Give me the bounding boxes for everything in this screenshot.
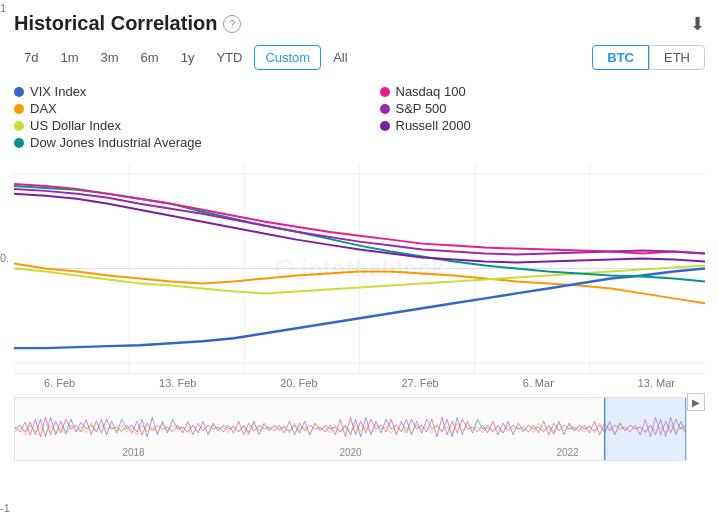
legend-label-russell: Russell 2000 (396, 118, 471, 133)
legend-dot-russell (380, 121, 390, 131)
x-label-feb20: 20. Feb (280, 377, 317, 389)
legend-item-vix: VIX Index (14, 84, 340, 99)
page-title: Historical Correlation (14, 12, 217, 35)
legend: VIX Index Nasdaq 100 DAX S&P 500 US Doll… (14, 84, 705, 150)
header: Historical Correlation ? ⬇ (14, 12, 705, 35)
y-label-1: 1 (0, 2, 30, 14)
legend-item-usdollar: US Dollar Index (14, 118, 340, 133)
time-btn-ytd[interactable]: YTD (206, 46, 252, 69)
time-buttons-group: 7d 1m 3m 6m 1y YTD Custom All (14, 45, 358, 70)
legend-label-dax: DAX (30, 101, 57, 116)
download-icon[interactable]: ⬇ (690, 13, 705, 35)
mini-x-2020: 2020 (339, 447, 361, 458)
mini-x-2018: 2018 (122, 447, 144, 458)
legend-label-nasdaq: Nasdaq 100 (396, 84, 466, 99)
time-btn-1m[interactable]: 1m (50, 46, 88, 69)
x-label-mar6: 6. Mar (523, 377, 554, 389)
legend-item-dax: DAX (14, 101, 340, 116)
help-icon[interactable]: ? (223, 15, 241, 33)
legend-dot-sp500 (380, 104, 390, 114)
x-label-mar13: 13. Mar (638, 377, 675, 389)
x-axis: 6. Feb 13. Feb 20. Feb 27. Feb 6. Mar 13… (14, 374, 705, 391)
time-btn-all[interactable]: All (323, 46, 357, 69)
main-chart: ⬡ intotheblock (14, 164, 705, 374)
mini-chart-wrapper: 2018 2020 2022 (14, 393, 687, 461)
asset-btn-eth[interactable]: ETH (649, 45, 705, 70)
legend-label-sp500: S&P 500 (396, 101, 447, 116)
legend-item-nasdaq: Nasdaq 100 (380, 84, 706, 99)
legend-label-dowjones: Dow Jones Industrial Average (30, 135, 202, 150)
legend-item-dowjones: Dow Jones Industrial Average (14, 135, 340, 150)
mini-x-2022: 2022 (556, 447, 578, 458)
mini-x-axis: 2018 2020 2022 (15, 447, 686, 458)
time-btn-6m[interactable]: 6m (131, 46, 169, 69)
mini-chart[interactable]: 2018 2020 2022 (14, 397, 687, 461)
legend-label-vix: VIX Index (30, 84, 86, 99)
time-btn-custom[interactable]: Custom (254, 45, 321, 70)
scroll-right-button[interactable]: ▶ (687, 393, 705, 411)
legend-label-usdollar: US Dollar Index (30, 118, 121, 133)
legend-item-sp500: S&P 500 (380, 101, 706, 116)
x-label-feb6: 6. Feb (44, 377, 75, 389)
time-btn-1y[interactable]: 1y (171, 46, 205, 69)
legend-dot-nasdaq (380, 87, 390, 97)
time-btn-3m[interactable]: 3m (91, 46, 129, 69)
x-label-feb13: 13. Feb (159, 377, 196, 389)
x-label-feb27: 27. Feb (401, 377, 438, 389)
asset-btn-btc[interactable]: BTC (592, 45, 649, 70)
asset-buttons-group: BTC ETH (592, 45, 705, 70)
controls-row: 7d 1m 3m 6m 1y YTD Custom All BTC ETH (14, 45, 705, 70)
title-row: Historical Correlation ? (14, 12, 241, 35)
y-label-neg1: -1 (0, 502, 30, 514)
bottom-row: 2018 2020 2022 ▶ (14, 393, 705, 461)
legend-item-russell: Russell 2000 (380, 118, 706, 133)
